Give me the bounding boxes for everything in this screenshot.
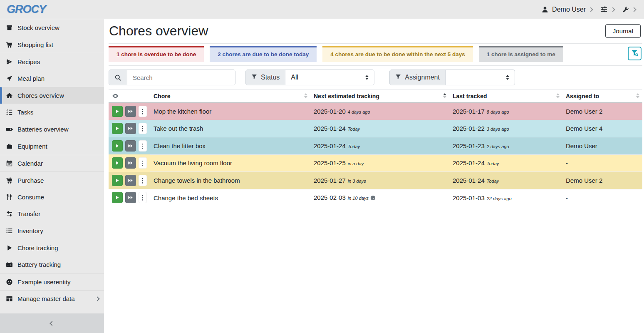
select-arrows-icon (365, 75, 369, 80)
chore-name: Take out the trash (150, 120, 310, 137)
clear-filters-button[interactable] (628, 47, 642, 60)
sidebar-collapse-button[interactable] (0, 313, 104, 333)
sort-icon (304, 93, 307, 98)
sidebar-item-label: Consume (17, 194, 99, 201)
sidebar-item-label: Example userentity (17, 278, 99, 286)
sidebar-item-batteries-overview[interactable]: Batteries overview (0, 121, 104, 138)
tasks-icon (5, 109, 13, 116)
skip-chore-execution-button[interactable] (125, 192, 136, 203)
assigned-to: Demo User 4 (562, 120, 642, 137)
journal-button[interactable]: Journal (605, 24, 641, 38)
sidebar-item-stock-overview[interactable]: Stock overview (0, 19, 104, 36)
sidebar-item-label: Tasks (17, 109, 99, 116)
sidebar-item-tasks[interactable]: Tasks (0, 104, 104, 121)
status-filter-value: All (291, 74, 298, 81)
status-filter-select[interactable]: All (285, 70, 374, 85)
wrench-icon (622, 6, 629, 13)
sidebar-item-label: Stock overview (17, 24, 99, 31)
table-header-row: ChoreNext estimated trackingLast tracked… (109, 89, 642, 103)
status-cards-row: 1 chore is overdue to be done2 chores ar… (109, 44, 642, 66)
last-tracked: 2025-01-178 days ago (449, 102, 562, 120)
skip-chore-execution-button[interactable] (125, 175, 136, 186)
row-menu-button[interactable]: ⋮ (139, 175, 147, 186)
col-header-assigned-to[interactable]: Assigned to (562, 89, 642, 103)
chore-row: ⋮Mop the kitchen floor2025-01-204 days a… (109, 102, 642, 120)
col-header-chore[interactable]: Chore (150, 89, 310, 103)
track-chore-execution-button[interactable] (112, 157, 123, 169)
settings-menu[interactable] (598, 5, 616, 13)
home-icon (5, 92, 13, 99)
assigned-to: Demo User (562, 137, 642, 155)
sidebar-item-label: Batteries overview (17, 126, 99, 133)
sidebar-item-shopping-list[interactable]: Shopping list (0, 36, 104, 53)
select-arrows-icon (506, 75, 509, 80)
skip-chore-execution-button[interactable] (125, 157, 136, 169)
sidebar-item-example-userentity[interactable]: Example userentity (0, 273, 104, 290)
filter-row: Status All Assignment (109, 66, 642, 89)
admin-menu[interactable] (620, 6, 637, 13)
sort-icon (636, 93, 639, 98)
status-filter-label: Status (261, 74, 280, 81)
sidebar-item-equipment[interactable]: Equipment (0, 138, 104, 155)
assigned-to: Demo User 2 (562, 102, 642, 120)
status-card-due-soon[interactable]: 4 chores are due to be done within the n… (322, 46, 473, 62)
track-chore-execution-button[interactable] (112, 123, 123, 134)
sidebar-item-calendar[interactable]: Calendar (0, 155, 104, 172)
sidebar-item-transfer[interactable]: Transfer (0, 206, 104, 223)
sidebar-item-chore-tracking[interactable]: Chore tracking (0, 239, 104, 256)
last-tracked: 2025-01-0322 days ago (449, 189, 562, 206)
row-menu-button[interactable]: ⋮ (139, 123, 147, 134)
status-card-assigned-to-me[interactable]: 1 chore is assigned to me (479, 46, 563, 62)
track-chore-execution-button[interactable] (112, 192, 123, 203)
search-icon (109, 70, 127, 85)
row-menu-button[interactable]: ⋮ (139, 106, 147, 117)
pizza-slice-icon (5, 58, 13, 65)
sidebar-item-inventory[interactable]: Inventory (0, 222, 104, 239)
skip-chore-execution-button[interactable] (125, 106, 136, 117)
user-menu[interactable]: Demo User (540, 6, 594, 13)
track-chore-execution-button[interactable] (112, 175, 123, 186)
sidebar-item-chores-overview[interactable]: Chores overview (0, 87, 104, 104)
sidebar-item-recipes[interactable]: Recipes (0, 53, 104, 70)
sidebar-item-meal-plan[interactable]: Meal plan (0, 70, 104, 87)
sidebar-item-manage-master-data[interactable]: Manage master data (0, 290, 104, 307)
track-chore-execution-button[interactable] (112, 106, 123, 117)
last-tracked: 2025-01-24Today (449, 172, 562, 189)
assignment-filter-select[interactable] (446, 70, 515, 85)
sidebar-item-label: Purchase (17, 177, 99, 184)
battery-icon (5, 126, 13, 133)
car-battery-icon (5, 261, 13, 268)
sidebar-item-label: Equipment (17, 143, 99, 150)
search-input[interactable] (127, 70, 235, 85)
smiley-icon (5, 278, 13, 286)
row-menu-button[interactable]: ⋮ (139, 140, 147, 152)
sidebar-item-label: Chore tracking (17, 244, 99, 251)
chore-name: Change the bed sheets (150, 189, 310, 206)
status-card-due-today[interactable]: 2 chores are due to be done today (210, 46, 317, 62)
sidebar-item-consume[interactable]: Consume (0, 189, 104, 206)
sort-icon (556, 93, 560, 98)
utensils-icon (5, 194, 13, 201)
skip-chore-execution-button[interactable] (125, 140, 136, 152)
col-header-last-tracked[interactable]: Last tracked (449, 89, 562, 103)
user-name: Demo User (552, 6, 586, 13)
track-chore-execution-button[interactable] (112, 140, 123, 152)
assigned-to: - (562, 154, 642, 172)
col-header-next-estimated-tracking[interactable]: Next estimated tracking (310, 89, 449, 103)
row-menu-button[interactable]: ⋮ (139, 192, 147, 203)
chore-row: ⋮Vacuum the living room floor2025-01-25i… (109, 154, 642, 172)
cart-plus-icon (5, 177, 13, 184)
row-menu-button[interactable]: ⋮ (139, 157, 147, 169)
assigned-to: Demo User 2 (562, 172, 642, 189)
grocy-logo[interactable]: GROCY (7, 3, 46, 16)
filter-icon (251, 74, 257, 81)
col-header-label: Assigned to (566, 93, 599, 99)
sidebar-item-battery-tracking[interactable]: Battery tracking (0, 256, 104, 273)
next-estimated-tracking: 2025-01-24Today (310, 137, 449, 155)
sidebar-item-purchase[interactable]: Purchase (0, 171, 104, 189)
chevron-right-icon (610, 7, 615, 12)
skip-chore-execution-button[interactable] (125, 123, 136, 134)
col-header-label: Next estimated tracking (314, 93, 379, 99)
status-card-overdue[interactable]: 1 chore is overdue to be done (109, 46, 204, 62)
col-header-label: Last tracked (453, 93, 487, 99)
